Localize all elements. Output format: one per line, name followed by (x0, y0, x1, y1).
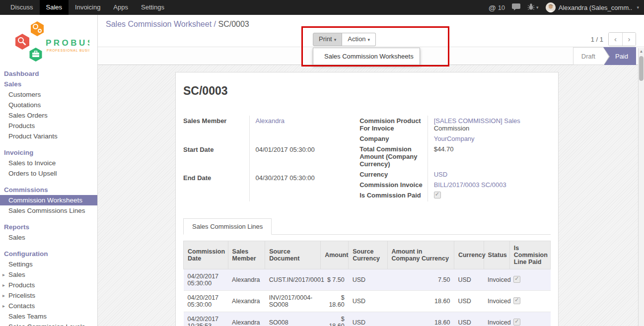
cell-amount: $ 18.60 (321, 312, 349, 326)
sidebar-item-label: Contacts (8, 302, 35, 310)
logo-tagline: PROFESSIONAL BUSINESS (47, 49, 89, 52)
sidebar-item-dashboard[interactable]: Dashboard (0, 68, 97, 79)
pager-next-button[interactable]: › (622, 33, 636, 46)
field-value-company[interactable]: YourCompany (434, 135, 475, 142)
cell-source-currency: USD (349, 312, 387, 326)
user-avatar (546, 2, 556, 12)
mentions-count: 10 (498, 4, 505, 11)
form-sheet: SC/0003 Sales Member Alexandra Start Dat… (175, 72, 559, 326)
breadcrumb-parent-link[interactable]: Sales Commission Worksheet / (106, 20, 216, 28)
print-button[interactable]: Print▾ (313, 33, 342, 46)
field-value-currency[interactable]: USD (434, 171, 447, 178)
col-header-sales-member: Sales Member (228, 241, 265, 269)
sidebar-item-sales-commissions-lines[interactable]: Sales Commissions Lines (0, 205, 97, 216)
cell-line-paid: ✓ (509, 291, 550, 312)
mentions-counter[interactable]: @ 10 (489, 3, 505, 12)
field-label-company: Company (359, 133, 428, 144)
debug-menu[interactable]: ▾ (527, 3, 539, 12)
cell-commission-date: 04/20/2017 10:35:53 (184, 312, 228, 326)
col-header-line-paid: Is Commision Line Paid (509, 241, 550, 269)
sidebar-item-sales-commission-levels[interactable]: Sales Commission Levels (0, 322, 97, 326)
table-row[interactable]: 04/20/2017 10:35:53 Alexandra SO008 $ 18… (184, 312, 551, 326)
sidebar-item-sales-to-invoice[interactable]: Sales to Invoice (0, 158, 97, 168)
logo-title: PROBUSE (46, 38, 89, 48)
sidebar-item-commission-worksheets[interactable]: Commission Worksheets (0, 195, 97, 205)
field-value-end-date: 04/30/2017 05:30:00 (249, 173, 359, 201)
sidebar-item-config-sales[interactable]: ▸Sales (0, 269, 97, 280)
field-label-start-date: Start Date (183, 144, 249, 173)
field-label-commission-product: Commision Product For Invoice (359, 116, 428, 133)
sidebar-item-settings[interactable]: Settings (0, 259, 97, 269)
table-header-row: Commission Date Sales Member Source Docu… (184, 241, 551, 269)
top-menu-discuss[interactable]: Discuss (4, 0, 40, 15)
at-icon: @ (489, 3, 496, 12)
sidebar: PROBUSE PROFESSIONAL BUSINESS Dashboard … (0, 15, 98, 326)
sidebar-item-product-variants[interactable]: Product Variants (0, 131, 97, 141)
user-menu[interactable]: Alexandra (Sales_comm.. ▾ (546, 2, 639, 12)
tab-row: Sales Commission Lines (183, 218, 551, 235)
cell-amount: $ 18.60 (321, 291, 349, 312)
pager-previous-button[interactable]: ‹ (609, 33, 622, 46)
top-menu-invoicing[interactable]: Invoicing (69, 0, 107, 15)
sidebar-item-config-pricelists[interactable]: ▸Pricelists (0, 290, 97, 301)
sidebar-item-orders-to-upsell[interactable]: Orders to Upsell (0, 168, 97, 179)
company-logo[interactable]: PROBUSE PROFESSIONAL BUSINESS (0, 15, 97, 68)
status-step-draft[interactable]: Draft (573, 47, 603, 65)
line-paid-checkbox[interactable]: ✓ (513, 276, 520, 283)
cell-source-document: CUST.IN/2017/0001 (265, 269, 321, 291)
sidebar-item-config-products[interactable]: ▸Products (0, 280, 97, 290)
scrollbar-up-arrow[interactable]: ▲ (639, 48, 644, 55)
cell-amount-company-currency: 18.60 (387, 291, 454, 312)
field-label-commission-invoice: Commission Invoice (359, 180, 428, 190)
action-button-label: Action (348, 35, 365, 43)
field-value-commission-invoice[interactable]: BILL/2017/0003 SC/0003 (434, 181, 506, 189)
breadcrumb: Sales Commission Worksheet / SC/0003 (106, 20, 249, 29)
top-menu-apps[interactable]: Apps (107, 0, 135, 15)
vertical-scrollbar[interactable]: ▲ (638, 48, 644, 326)
caret-right-icon: ▸ (2, 280, 5, 290)
field-value-commission-product-link[interactable]: [SALES COMMISSION] Sales (434, 117, 520, 125)
field-value-sales-member[interactable]: Alexandra (256, 117, 285, 125)
sidebar-item-reports-sales[interactable]: Sales (0, 232, 97, 243)
col-header-source-currency: Source Currency (349, 241, 387, 269)
line-paid-checkbox[interactable]: ✓ (513, 297, 520, 304)
tab-sales-commission-lines[interactable]: Sales Commission Lines (183, 218, 272, 235)
caret-down-icon: ▾ (367, 37, 370, 42)
table-row[interactable]: 04/20/2017 05:30:00 Alexandra INV/2017/0… (184, 291, 551, 312)
table-row[interactable]: 04/20/2017 05:30:00 Alexandra CUST.IN/20… (184, 269, 551, 291)
sidebar-item-config-contacts[interactable]: ▸Contacts (0, 301, 97, 311)
action-button[interactable]: Action▾ (342, 33, 376, 46)
field-value-total-commission: $44.70 (428, 144, 551, 169)
sidebar-item-sales-teams[interactable]: Sales Teams (0, 311, 97, 322)
top-menu-settings[interactable]: Settings (135, 0, 171, 15)
sidebar-item-invoicing-section[interactable]: Invoicing (0, 147, 97, 158)
field-label-currency: Currency (359, 169, 428, 180)
sidebar-item-reports-section[interactable]: Reports (0, 222, 97, 232)
chat-icon[interactable] (512, 3, 520, 12)
pager: 1 / 1 ‹ › (591, 32, 636, 46)
control-panel: Sales Commission Worksheet / SC/0003 Pri… (98, 15, 644, 47)
check-icon: ✓ (514, 275, 519, 282)
record-title: SC/0003 (183, 84, 551, 98)
sidebar-item-commissions-section[interactable]: Commissions (0, 185, 97, 195)
cell-sales-member: Alexandra (228, 269, 265, 291)
sidebar-item-sales-section[interactable]: Sales (0, 79, 97, 89)
sidebar-item-label: Pricelists (8, 292, 35, 299)
sidebar-item-configuration-section[interactable]: Configuration (0, 249, 97, 259)
cell-commission-date: 04/20/2017 05:30:00 (184, 269, 228, 291)
sidebar-item-sales-orders[interactable]: Sales Orders (0, 110, 97, 121)
content-background: SC/0003 Sales Member Alexandra Start Dat… (98, 65, 644, 326)
is-commission-paid-checkbox[interactable]: ✓ (434, 192, 441, 198)
field-label-end-date: End Date (183, 173, 249, 201)
print-menu-item-sales-commission-worksheets[interactable]: Sales Commission Worksheets (313, 51, 420, 62)
top-menu-sales[interactable]: Sales (40, 0, 69, 15)
sidebar-item-customers[interactable]: Customers (0, 89, 97, 100)
col-header-status: Status (484, 241, 509, 269)
line-paid-checkbox[interactable]: ✓ (513, 319, 520, 326)
sidebar-item-products[interactable]: Products (0, 121, 97, 131)
cell-currency: USD (454, 291, 484, 312)
sidebar-item-quotations[interactable]: Quotations (0, 100, 97, 110)
action-button-row: Print▾ Action▾ (313, 33, 376, 46)
cell-source-currency: USD (349, 269, 387, 291)
scrollbar-thumb[interactable] (639, 56, 644, 81)
